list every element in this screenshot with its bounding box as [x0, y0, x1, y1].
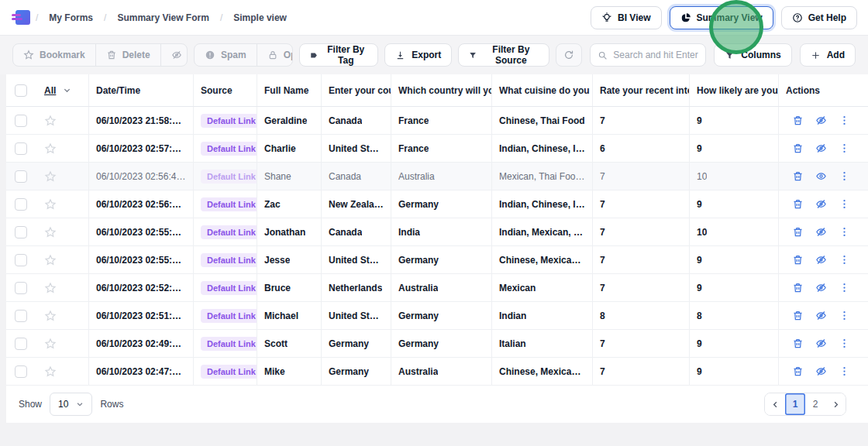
toggle-seen-button[interactable]	[815, 115, 827, 126]
row-actions-cell	[779, 135, 868, 162]
fullname-value: Geraldine	[264, 115, 307, 126]
row-menu-button[interactable]	[839, 198, 850, 210]
export-button[interactable]: Export	[384, 43, 452, 67]
breadcrumb-form-name[interactable]: Summary View Form	[117, 12, 209, 23]
next-page-button[interactable]	[825, 393, 846, 415]
star-icon[interactable]	[44, 282, 57, 294]
delete-row-button[interactable]	[792, 310, 804, 321]
delete-row-button[interactable]	[792, 170, 804, 182]
source-badge: Default Link	[201, 197, 257, 211]
row-checkbox[interactable]	[15, 254, 27, 266]
toggle-seen-button[interactable]	[815, 338, 827, 349]
table-row[interactable]: 06/10/2023 02:47:51 AM Default Link Mike…	[6, 358, 868, 386]
star-icon[interactable]	[44, 170, 57, 183]
row-menu-button[interactable]	[839, 254, 850, 266]
star-icon[interactable]	[44, 115, 57, 127]
row-menu-button[interactable]	[839, 338, 850, 349]
delete-row-button[interactable]	[792, 142, 804, 154]
app-logo-icon[interactable]	[11, 9, 31, 26]
row-likelihood-cell: 10	[690, 218, 779, 245]
row-menu-button[interactable]	[839, 365, 850, 377]
toggle-seen-button[interactable]	[815, 142, 827, 154]
star-icon[interactable]	[44, 310, 57, 322]
refresh-button[interactable]	[556, 43, 582, 67]
open-button[interactable]: Open	[257, 44, 294, 66]
rating-value: 8	[600, 310, 605, 321]
page-button-1[interactable]: 1	[785, 393, 805, 415]
table-row[interactable]: 06/10/2023 21:58:34 PM Default Link Gera…	[6, 107, 868, 135]
row-checkbox[interactable]	[15, 142, 27, 155]
columns-button[interactable]: Columns	[714, 43, 791, 67]
table-row[interactable]: 06/10/2023 02:52:02 AM Default Link Bruc…	[6, 274, 868, 302]
row-datetime-cell: 06/10/2023 02:52:02 AM	[89, 274, 194, 301]
table-row[interactable]: 06/10/2023 02:56:09 AM Default Link Zac …	[6, 190, 868, 218]
delete-row-button[interactable]	[792, 226, 804, 238]
breadcrumb-my-forms[interactable]: My Forms	[49, 12, 93, 23]
row-cuisine-cell: Mexican, Thai Food, Ja...	[492, 163, 593, 190]
row-checkbox[interactable]	[15, 338, 27, 350]
select-all-dropdown[interactable]: All	[42, 85, 71, 96]
cuisine-value: Indian, Chinese, Italian	[499, 199, 585, 210]
table-row[interactable]: 06/10/2023 02:55:20 AM Default Link Jess…	[6, 246, 868, 274]
row-checkbox[interactable]	[15, 226, 27, 238]
toggle-seen-button[interactable]	[815, 310, 827, 321]
fullname-value: Scott	[264, 338, 288, 349]
page-size-select[interactable]: 10	[50, 393, 92, 416]
row-menu-button[interactable]	[839, 142, 850, 154]
star-icon[interactable]	[44, 254, 57, 266]
select-all-checkbox[interactable]	[15, 84, 27, 97]
get-help-button[interactable]: Get Help	[781, 6, 857, 29]
row-checkbox[interactable]	[15, 365, 27, 378]
star-icon[interactable]	[44, 198, 57, 211]
page-button-2[interactable]: 2	[805, 393, 825, 415]
star-icon[interactable]	[44, 226, 57, 238]
row-checkbox[interactable]	[15, 198, 27, 211]
table-row[interactable]: 06/10/2023 02:51:43 AM Default Link Mich…	[6, 302, 868, 330]
row-checkbox[interactable]	[15, 170, 27, 183]
row-checkbox[interactable]	[15, 115, 27, 127]
table-row[interactable]: 06/10/2023 02:57:17 AM Default Link Char…	[6, 135, 868, 163]
toggle-seen-button[interactable]	[815, 198, 827, 210]
delete-row-button[interactable]	[792, 282, 804, 293]
delete-row-button[interactable]	[792, 365, 804, 377]
toggle-seen-button[interactable]	[815, 365, 827, 377]
submissions-table: All Date/Time Source Full Name Enter you…	[6, 74, 868, 423]
delete-button[interactable]: Delete	[95, 44, 160, 66]
delete-row-button[interactable]	[792, 338, 804, 349]
unseen-button[interactable]: Unseen	[160, 44, 188, 66]
summary-view-button[interactable]: Summary View	[670, 6, 773, 29]
star-icon[interactable]	[44, 142, 57, 155]
delete-row-button[interactable]	[792, 198, 804, 210]
table-row[interactable]: 06/10/2023 02:56:49 AM Default Link Shan…	[6, 163, 868, 190]
add-button[interactable]: Add	[800, 43, 856, 67]
toggle-seen-button[interactable]	[815, 254, 827, 266]
filter-by-source-button[interactable]: Filter By Source	[458, 43, 549, 67]
row-menu-button[interactable]	[839, 115, 850, 126]
star-icon[interactable]	[44, 365, 57, 378]
column-header-country: Enter your country	[322, 74, 391, 106]
prev-page-button[interactable]	[765, 393, 785, 415]
breadcrumb-view-name[interactable]: Simple view	[233, 12, 287, 23]
row-menu-button[interactable]	[839, 282, 850, 293]
kebab-menu-icon	[839, 170, 850, 182]
table-row[interactable]: 06/10/2023 02:49:01 AM Default Link Scot…	[6, 330, 868, 358]
row-cuisine-cell: Indian, Chinese, Italian	[492, 190, 593, 218]
delete-row-button[interactable]	[792, 115, 804, 126]
row-checkbox[interactable]	[15, 282, 27, 294]
toggle-seen-button[interactable]	[815, 282, 827, 293]
row-checkbox[interactable]	[15, 310, 27, 322]
row-menu-button[interactable]	[839, 226, 850, 238]
bi-view-button[interactable]: BI View	[591, 6, 661, 29]
table-row[interactable]: 06/10/2023 02:55:41 AM Default Link Jona…	[6, 218, 868, 246]
row-menu-button[interactable]	[839, 310, 850, 321]
bookmark-button[interactable]: Bookmark	[13, 44, 95, 66]
toggle-seen-button[interactable]	[815, 170, 827, 182]
star-icon[interactable]	[44, 338, 57, 350]
spam-button[interactable]: Spam	[195, 44, 257, 66]
search-input[interactable]	[613, 50, 698, 60]
toggle-seen-button[interactable]	[815, 226, 827, 238]
filter-by-tag-button[interactable]: Filter By Tag	[299, 43, 378, 67]
row-country-cell: Canada	[322, 218, 391, 245]
delete-row-button[interactable]	[792, 254, 804, 266]
row-menu-button[interactable]	[839, 170, 850, 182]
